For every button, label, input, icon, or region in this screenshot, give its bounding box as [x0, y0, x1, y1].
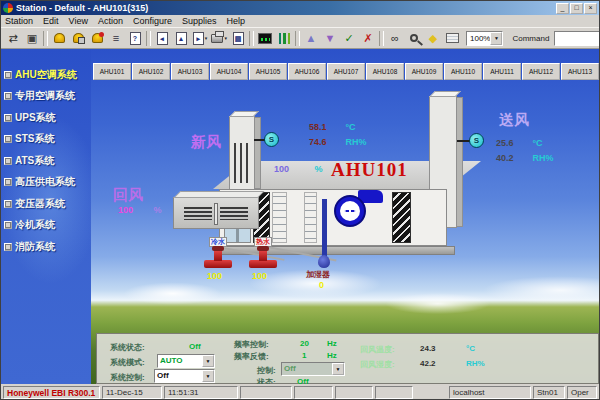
expand-box-icon[interactable]	[4, 92, 12, 100]
message-summary-icon[interactable]: ?▾	[126, 30, 144, 47]
ahu-tab[interactable]: AHU108	[366, 63, 404, 80]
system-control-select[interactable]: Off ▼	[154, 369, 215, 383]
raise-icon[interactable]: ▲▾	[302, 30, 320, 47]
supply-fan-icon[interactable]	[334, 195, 366, 227]
page-forward-icon[interactable]: ▸▾	[191, 30, 209, 47]
find-icon[interactable]: ∞▾	[386, 30, 404, 47]
sidebar-item-sts[interactable]: STS系统	[1, 129, 91, 151]
page-up-icon[interactable]: ▴▾	[172, 30, 190, 47]
ahu-tab[interactable]: AHU102	[132, 63, 170, 80]
control-select[interactable]: Off ▼	[281, 362, 345, 376]
toolbar: ⇄▾▣▾▾▾▾≡▾?▾◂▾▴▾▸▾▾▤▾▾▾▲▾▼▾✓▾✗▾∞▾▾◆▾▾ 100…	[1, 28, 599, 49]
expand-box-icon[interactable]	[4, 178, 12, 186]
dropdown-arrow-icon[interactable]: ▼	[490, 32, 502, 45]
sidebar-item-ats[interactable]: ATS系统	[1, 150, 91, 172]
alarm-ack-icon[interactable]: ▾	[69, 30, 87, 47]
expand-box-icon[interactable]	[4, 114, 12, 122]
sidebar-item-hv-power[interactable]: 高压供电系统	[1, 172, 91, 194]
console-display-icon[interactable]: ▾	[256, 30, 274, 47]
ahu-tab[interactable]: AHU105	[249, 63, 287, 80]
menubar: StationEditViewActionConfigureSuppliesHe…	[1, 15, 599, 28]
ahu-tab[interactable]: AHU104	[210, 63, 248, 80]
menu-item[interactable]: Configure	[133, 16, 172, 26]
command-input[interactable]	[555, 33, 600, 44]
print-icon[interactable]: ▾	[210, 30, 228, 47]
alarm-annunciate-icon[interactable]: ▾	[88, 30, 106, 47]
reject-icon[interactable]: ✗▾	[359, 30, 377, 47]
supply-air-label: 送风	[499, 111, 529, 130]
dropdown-arrow-icon[interactable]: ▼	[332, 363, 344, 375]
hot-water-valve-icon[interactable]	[249, 248, 277, 270]
alarm-bell-icon[interactable]: ▾	[50, 30, 68, 47]
system-mode-label: 系统模式:	[110, 357, 145, 368]
station-connect-icon[interactable]: ⇄▾	[4, 30, 22, 47]
multi-window-icon[interactable]: ▣▾	[23, 30, 41, 47]
freq-control-value: 20	[300, 339, 309, 348]
fresh-air-damper-icon	[234, 143, 251, 183]
dropdown-arrow-icon[interactable]: ▼	[202, 370, 214, 382]
expand-box-icon[interactable]	[4, 71, 12, 79]
menu-item[interactable]: Edit	[43, 16, 59, 26]
titlebar: Station - Default - AHU101(315) _ □ ×	[1, 1, 599, 15]
ahu-tab-row: AHU101AHU102AHU103AHU104AHU105AHU106AHU1…	[93, 63, 599, 80]
expand-box-icon[interactable]	[4, 157, 12, 165]
sidebar-item-chiller[interactable]: 冷机系统	[1, 215, 91, 237]
toolbar-separator	[379, 31, 384, 46]
expand-box-icon[interactable]	[4, 200, 12, 208]
humidifier-pipe	[322, 199, 327, 257]
sidebar-item-dedicated-ac[interactable]: 专用空调系统	[1, 86, 91, 108]
command-combobox[interactable]: ▼	[554, 31, 600, 46]
system-mode-select[interactable]: AUTO ▼	[157, 354, 215, 368]
sidebar-item-fire[interactable]: 消防系统	[1, 236, 91, 258]
sidebar-item-ups[interactable]: UPS系统	[1, 107, 91, 129]
ahu-tab[interactable]: AHU103	[171, 63, 209, 80]
capture-icon[interactable]: ▤▾	[229, 30, 247, 47]
associated-display-icon[interactable]: ▾	[443, 30, 461, 47]
sidebar-item-transformer[interactable]: 变压器系统	[1, 193, 91, 215]
time-display: 11:51:31	[164, 386, 238, 399]
menu-item[interactable]: Action	[98, 16, 123, 26]
zoom-icon[interactable]: ▾	[405, 30, 423, 47]
dropdown-arrow-icon[interactable]: ▼	[202, 355, 214, 367]
ahu-tab[interactable]: AHU107	[327, 63, 365, 80]
event-summary-icon[interactable]: ≡▾	[107, 30, 125, 47]
return-temp-unit: °C	[466, 344, 475, 353]
expand-box-icon[interactable]	[4, 243, 12, 251]
ahu-tab[interactable]: AHU109	[405, 63, 443, 80]
host-display: localhost	[449, 386, 531, 399]
ahu-tab[interactable]: AHU113	[561, 63, 599, 80]
return-rh-label: 回风湿度:	[360, 359, 395, 370]
trend-icon[interactable]: ▾	[275, 30, 293, 47]
ahu-tab[interactable]: AHU101	[93, 63, 131, 80]
heating-coil-icon	[304, 192, 317, 243]
supply-air-sensor-icon[interactable]: S	[469, 133, 484, 148]
menu-item[interactable]: Station	[5, 16, 33, 26]
accept-icon[interactable]: ✓▾	[340, 30, 358, 47]
freq-feedback-value: 1	[302, 351, 306, 360]
return-rh-unit: RH%	[466, 359, 485, 368]
minimize-button[interactable]: _	[556, 3, 569, 14]
filter-section-icon	[392, 192, 411, 243]
menu-item[interactable]: Help	[226, 16, 245, 26]
zoom-level-select[interactable]: 100% ▼	[466, 31, 503, 46]
sidebar-item-ahu-ac[interactable]: AHU空调系统	[1, 64, 91, 86]
ahu-tab[interactable]: AHU111	[483, 63, 521, 80]
expand-box-icon[interactable]	[4, 135, 12, 143]
detail-icon[interactable]: ◆▾	[424, 30, 442, 47]
maximize-button[interactable]: □	[570, 3, 583, 14]
statusbar-cell	[335, 386, 373, 399]
menu-item[interactable]: Supplies	[182, 16, 217, 26]
ahu-tab[interactable]: AHU112	[522, 63, 560, 80]
fresh-air-sensor-icon[interactable]: S	[264, 132, 279, 147]
menu-item[interactable]: View	[69, 16, 88, 26]
lower-icon[interactable]: ▼▾	[321, 30, 339, 47]
statusbar-cell	[240, 386, 292, 399]
freq-control-unit: Hz	[327, 339, 337, 348]
supply-air-humidity: 40.2 RH%	[496, 153, 554, 163]
expand-box-icon[interactable]	[4, 221, 12, 229]
close-button[interactable]: ×	[584, 3, 597, 14]
ahu-tab[interactable]: AHU106	[288, 63, 326, 80]
page-back-icon[interactable]: ◂▾	[153, 30, 171, 47]
chilled-water-valve-icon[interactable]	[204, 248, 232, 270]
ahu-tab[interactable]: AHU110	[444, 63, 482, 80]
